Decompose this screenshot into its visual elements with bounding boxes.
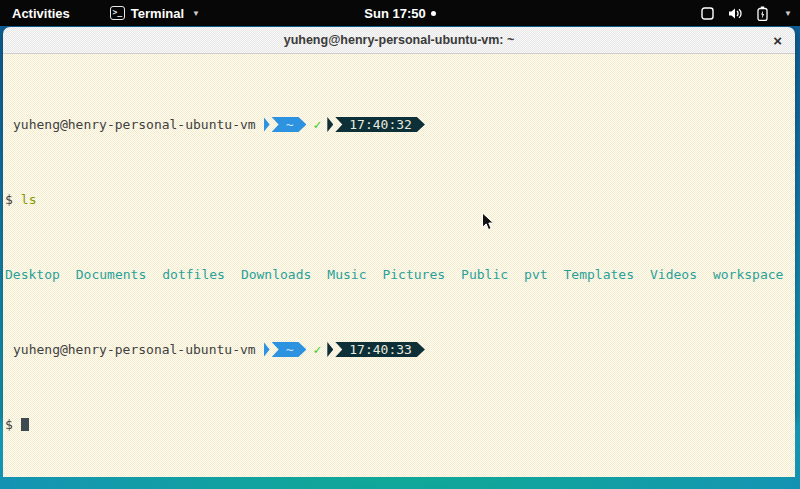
dir-entry: Public xyxy=(461,267,508,282)
time-segment: 17:40:32 xyxy=(335,117,425,132)
powerline-arrow-icon xyxy=(327,117,333,132)
terminal-window: yuheng@henry-personal-ubuntu-vm: ~ × yuh… xyxy=(3,27,795,418)
app-menu-label: Terminal xyxy=(131,6,184,21)
powerline-arrow-icon xyxy=(264,117,270,132)
status-check-icon: ✓ xyxy=(313,117,321,132)
close-icon[interactable]: × xyxy=(773,27,782,54)
time-segment: 17:40:33 xyxy=(335,342,425,357)
volume-icon[interactable] xyxy=(728,7,743,20)
dir-entry: Music xyxy=(327,267,366,282)
top-bar: Activities >_ Terminal ▼ Sun 17:50 ▼ xyxy=(0,0,800,26)
clock[interactable]: Sun 17:50 xyxy=(364,6,425,21)
dir-entry: workspace xyxy=(713,267,783,282)
chevron-down-icon: ▼ xyxy=(192,9,200,18)
mouse-pointer-icon xyxy=(481,212,495,236)
display-icon[interactable] xyxy=(701,7,714,20)
activities-button[interactable]: Activities xyxy=(12,6,70,21)
notification-dot-icon xyxy=(431,11,436,16)
input-line[interactable]: $ xyxy=(5,417,793,432)
powerline-arrow-icon xyxy=(264,342,270,357)
terminal-app-icon: >_ xyxy=(110,6,125,20)
window-titlebar[interactable]: yuheng@henry-personal-ubuntu-vm: ~ × xyxy=(3,27,795,54)
dir-entry: Videos xyxy=(650,267,697,282)
dir-entry: Templates xyxy=(564,267,634,282)
terminal-cursor xyxy=(21,418,29,431)
terminal-screen[interactable]: yuheng@henry-personal-ubuntu-vm ~ ✓ 17:4… xyxy=(3,54,795,477)
command-line: $ ls xyxy=(5,192,793,207)
status-check-icon: ✓ xyxy=(313,342,321,357)
window-title: yuheng@henry-personal-ubuntu-vm: ~ xyxy=(284,33,515,47)
battery-charging-icon[interactable] xyxy=(757,6,768,21)
ls-output: Desktop Documents dotfiles Downloads Mus… xyxy=(5,267,793,282)
prompt-symbol: $ xyxy=(5,417,13,432)
prompt-user-host: yuheng@henry-personal-ubuntu-vm xyxy=(13,117,256,132)
typed-command: ls xyxy=(21,192,37,207)
dir-entry: Downloads xyxy=(241,267,311,282)
dir-entry: dotfiles xyxy=(162,267,225,282)
prompt-line: yuheng@henry-personal-ubuntu-vm ~ ✓ 17:4… xyxy=(5,342,793,357)
dir-entry: pvt xyxy=(524,267,547,282)
powerline-arrow-icon xyxy=(327,342,333,357)
dir-entry: Documents xyxy=(76,267,146,282)
system-menu-chevron-icon[interactable]: ▼ xyxy=(784,9,792,18)
dir-entry: Desktop xyxy=(5,267,60,282)
app-menu-terminal[interactable]: >_ Terminal ▼ xyxy=(110,6,200,21)
cwd-segment: ~ xyxy=(272,117,307,132)
cwd-segment: ~ xyxy=(272,342,307,357)
dir-entry: Pictures xyxy=(382,267,445,282)
prompt-line: yuheng@henry-personal-ubuntu-vm ~ ✓ 17:4… xyxy=(5,117,793,132)
prompt-symbol: $ xyxy=(5,192,13,207)
prompt-user-host: yuheng@henry-personal-ubuntu-vm xyxy=(13,342,256,357)
